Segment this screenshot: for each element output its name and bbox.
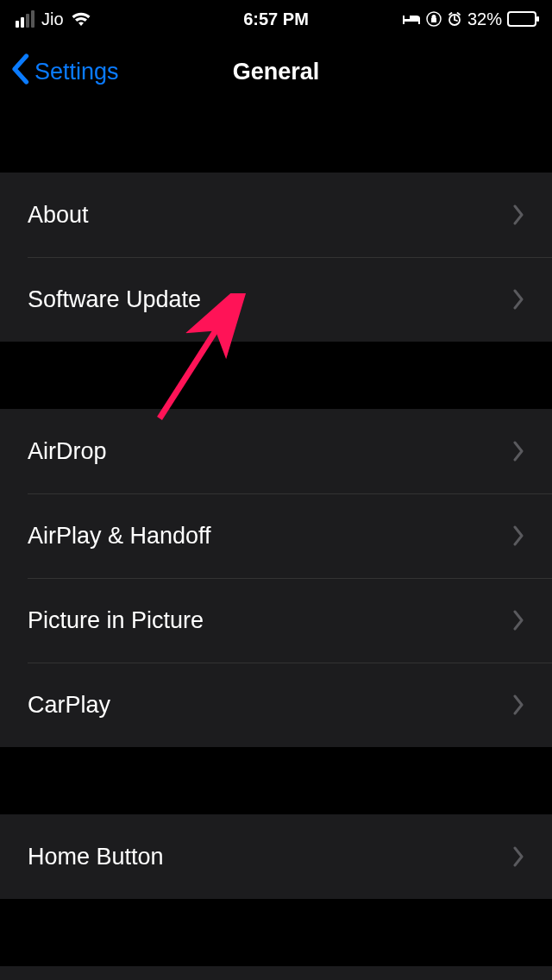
row-airplay-handoff[interactable]: AirPlay & Handoff [0,493,552,578]
chevron-right-icon [512,694,524,715]
section-connectivity: AirDrop AirPlay & Handoff Picture in Pic… [0,409,552,747]
battery-percentage: 32% [467,9,502,29]
section-partial [0,966,552,980]
row-airdrop[interactable]: AirDrop [0,409,552,493]
row-label: Picture in Picture [28,607,512,634]
row-home-button[interactable]: Home Button [0,814,552,899]
row-carplay[interactable]: CarPlay [0,663,552,747]
battery-icon [507,11,536,27]
chevron-right-icon [512,525,524,546]
nav-bar: Settings General [0,38,552,105]
chevron-right-icon [512,610,524,631]
chevron-right-icon [512,204,524,225]
row-software-update[interactable]: Software Update [0,257,552,342]
back-label: Settings [34,59,119,85]
carrier-label: Jio [41,9,64,29]
orientation-lock-icon [426,11,442,27]
row-partial[interactable] [0,966,552,980]
bed-icon [402,13,421,25]
row-label: CarPlay [28,692,512,719]
section-home: Home Button [0,814,552,899]
wifi-icon [71,10,91,28]
alarm-icon [447,11,462,27]
chevron-left-icon [10,53,29,91]
cellular-signal-icon [16,10,34,28]
chevron-right-icon [512,289,524,310]
row-label: About [28,202,512,229]
row-label: AirPlay & Handoff [28,523,512,550]
status-time: 6:57 PM [243,9,309,29]
status-right: 32% [402,9,536,29]
page-title: General [233,59,320,85]
status-bar: Jio 6:57 PM 32% [0,0,552,38]
row-picture-in-picture[interactable]: Picture in Picture [0,578,552,663]
status-left: Jio [16,9,91,29]
back-button[interactable]: Settings [10,53,119,91]
row-label: Home Button [28,844,512,870]
section-info: About Software Update [0,173,552,342]
chevron-right-icon [512,846,524,867]
row-label: Software Update [28,286,512,313]
chevron-right-icon [512,441,524,462]
row-about[interactable]: About [0,173,552,257]
row-label: AirDrop [28,438,512,465]
